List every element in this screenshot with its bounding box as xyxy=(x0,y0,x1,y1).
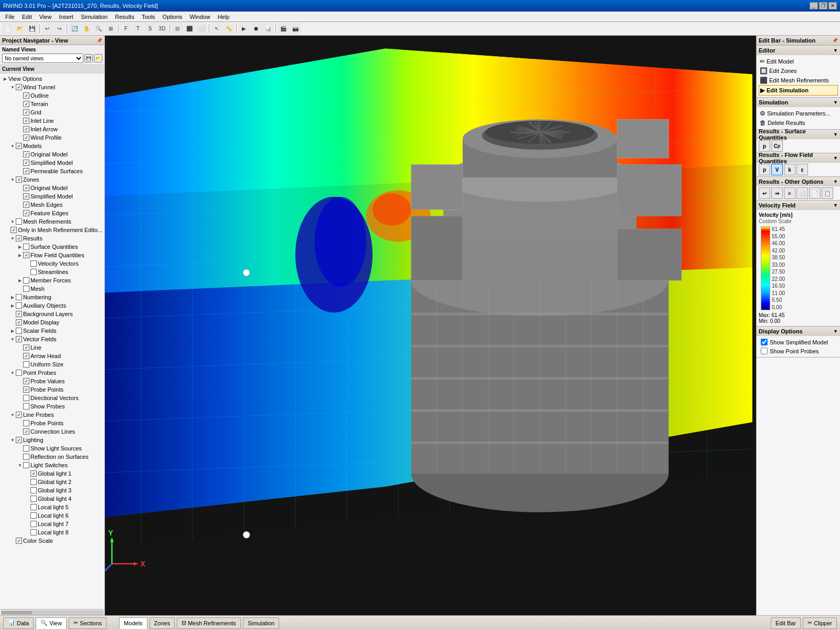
tree-item-local-light-5[interactable]: Local light 5 xyxy=(1,503,103,511)
new-button[interactable]: 📄 xyxy=(2,23,14,35)
tree-checkbox-results[interactable] xyxy=(16,235,22,242)
other-btn-3[interactable]: ≡ xyxy=(784,187,795,199)
tree-item-connection-lines[interactable]: Connection Lines xyxy=(1,427,103,436)
tree-item-outline[interactable]: Outline xyxy=(1,91,103,100)
tree-expander-models[interactable]: ▼ xyxy=(9,143,16,149)
tree-checkbox-terrain[interactable] xyxy=(23,101,29,107)
tree-checkbox-grid[interactable] xyxy=(23,109,29,116)
tree-expander-lighting[interactable]: ▼ xyxy=(9,437,16,443)
surface-cp-button[interactable]: Cp xyxy=(771,140,783,152)
tree-checkbox-color-scale[interactable] xyxy=(16,538,22,544)
pan-button[interactable]: ✋ xyxy=(81,23,92,35)
tree-checkbox-scalar-fields[interactable] xyxy=(16,328,22,334)
flow-k-button[interactable]: k xyxy=(784,164,795,175)
tree-expander-mesh-refinements[interactable]: ▼ xyxy=(9,218,16,225)
named-views-load[interactable]: 📂 xyxy=(94,54,102,62)
tree-item-streamlines[interactable]: Streamlines xyxy=(1,268,103,276)
menu-item-file[interactable]: File xyxy=(2,13,18,21)
tree-item-vector-fields[interactable]: ▼Vector Fields xyxy=(1,335,103,343)
redo-button[interactable]: ↪ xyxy=(54,23,65,35)
tree-item-point-probes[interactable]: ▼Point Probes xyxy=(1,369,103,377)
other-btn-1[interactable]: ↩ xyxy=(759,187,770,199)
sections-tab[interactable]: ✂ Sections xyxy=(69,617,107,629)
tree-item-vf-arrow-head[interactable]: Arrow Head xyxy=(1,352,103,360)
tree-item-probe-points[interactable]: Probe Points xyxy=(1,385,103,394)
tree-checkbox-auxiliary-objects[interactable] xyxy=(16,302,22,309)
tree-checkbox-light-switches[interactable] xyxy=(23,462,29,468)
tree-item-vf-line[interactable]: Line xyxy=(1,343,103,352)
tree-checkbox-vf-arrow-head[interactable] xyxy=(23,353,29,359)
tree-checkbox-show-probes[interactable] xyxy=(23,403,29,410)
wireframe-button[interactable]: ⬜ xyxy=(196,23,207,35)
tree-checkbox-streamlines[interactable] xyxy=(30,269,37,275)
flow-v-button[interactable]: V xyxy=(771,164,783,175)
tree-item-local-light-7[interactable]: Local light 7 xyxy=(1,520,103,528)
tree-checkbox-vf-line[interactable] xyxy=(23,344,29,351)
tree-checkbox-original-model[interactable] xyxy=(23,151,29,158)
tree-item-color-scale[interactable]: Color Scale xyxy=(1,537,103,545)
tree-checkbox-lighting[interactable] xyxy=(16,437,22,443)
edit-mesh-item[interactable]: ⬛ Edit Mesh Refinements xyxy=(759,76,838,85)
results-other-header[interactable]: Results - Other Options ▼ xyxy=(757,177,840,186)
tree-item-lighting[interactable]: ▼Lighting xyxy=(1,436,103,444)
menu-item-help[interactable]: Help xyxy=(215,13,233,21)
tree-item-member-forces[interactable]: ▶Member Forces xyxy=(1,276,103,285)
results-flow-collapse[interactable]: ▼ xyxy=(833,155,838,161)
tree-item-mesh-edges[interactable]: Mesh Edges xyxy=(1,201,103,209)
tree-item-inlet-arrow[interactable]: Inlet Arrow xyxy=(1,125,103,133)
menu-item-tools[interactable]: Tools xyxy=(139,13,158,21)
tree-checkbox-simplified-model[interactable] xyxy=(23,160,29,166)
mesh-button[interactable]: ⊟ xyxy=(172,23,183,35)
simulation-section-header[interactable]: Simulation ▼ xyxy=(757,98,840,107)
fit-button[interactable]: ⊞ xyxy=(105,23,116,35)
tree-expander-numbering[interactable]: ▶ xyxy=(9,294,16,300)
panel-pin[interactable]: 📌 xyxy=(97,38,102,43)
tree-checkbox-zones-original[interactable] xyxy=(23,185,29,191)
menu-item-view[interactable]: View xyxy=(36,13,55,21)
tree-expander-zones[interactable]: ▼ xyxy=(9,176,16,183)
tree-checkbox-global-light-3[interactable] xyxy=(30,487,37,494)
zones-tab[interactable]: Zones xyxy=(150,617,175,629)
tree-expander-member-forces[interactable]: ▶ xyxy=(17,277,23,284)
results-flow-header[interactable]: Results - Flow Field Quantities ▼ xyxy=(757,153,840,163)
flow-p-button[interactable]: p xyxy=(759,164,770,175)
measure-button[interactable]: 📏 xyxy=(223,23,235,35)
tree-container[interactable]: ▶View Options▼Wind TunnelOutlineTerrainG… xyxy=(0,74,104,609)
tree-checkbox-vf-uniform-size[interactable] xyxy=(23,361,29,368)
tree-item-reflection-on-surfaces[interactable]: Reflection on Surfaces xyxy=(1,453,103,461)
tree-checkbox-wind-profile[interactable] xyxy=(23,134,29,141)
tree-item-inlet-line[interactable]: Inlet Line xyxy=(1,117,103,125)
tree-item-background-layers[interactable]: Background Layers xyxy=(1,310,103,318)
tree-expander-line-probes[interactable]: ▼ xyxy=(9,412,16,418)
display-options-header[interactable]: Display Options ▼ xyxy=(757,327,840,336)
zoom-button[interactable]: 🔍 xyxy=(93,23,104,35)
results-surface-header[interactable]: Results - Surface Quantities ▼ xyxy=(757,130,840,139)
tree-checkbox-permeable-surfaces[interactable] xyxy=(23,168,29,174)
tree-item-global-light-2[interactable]: Global light 2 xyxy=(1,478,103,486)
edit-model-item[interactable]: ✏ Edit Model xyxy=(759,57,838,66)
tree-item-show-light-sources[interactable]: Show Light Sources xyxy=(1,444,103,453)
tree-item-zones-original[interactable]: Original Model xyxy=(1,184,103,192)
tree-checkbox-vector-fields[interactable] xyxy=(16,336,22,342)
simulation-tab[interactable]: Simulation xyxy=(243,617,279,629)
close-button[interactable]: ✕ xyxy=(828,2,837,9)
tree-item-surface-quantities[interactable]: ▶Surface Quantities xyxy=(1,243,103,251)
tree-item-global-light-3[interactable]: Global light 3 xyxy=(1,486,103,495)
screenshot-button[interactable]: 📷 xyxy=(290,23,301,35)
tree-checkbox-feature-edges[interactable] xyxy=(23,210,29,216)
menu-item-simulation[interactable]: Simulation xyxy=(78,13,111,21)
tree-expander-results[interactable]: ▼ xyxy=(9,235,16,242)
menu-item-options[interactable]: Options xyxy=(160,13,186,21)
viewport[interactable]: X Y Z xyxy=(105,36,756,615)
tree-checkbox-numbering[interactable] xyxy=(16,294,22,300)
tree-expander-scalar-fields[interactable]: ▶ xyxy=(9,328,16,334)
tree-checkbox-connection-lines[interactable] xyxy=(23,428,29,435)
tree-item-view-options[interactable]: ▶View Options xyxy=(1,75,103,83)
solid-button[interactable]: ⬛ xyxy=(184,23,195,35)
tree-checkbox-point-probes[interactable] xyxy=(16,370,22,376)
tree-item-vf-uniform-size[interactable]: Uniform Size xyxy=(1,360,103,369)
data-tab[interactable]: 📊 Data xyxy=(3,617,34,629)
tree-expander-vector-fields[interactable]: ▼ xyxy=(9,336,16,342)
tree-item-original-model[interactable]: Original Model xyxy=(1,150,103,159)
tree-item-terrain[interactable]: Terrain xyxy=(1,100,103,108)
